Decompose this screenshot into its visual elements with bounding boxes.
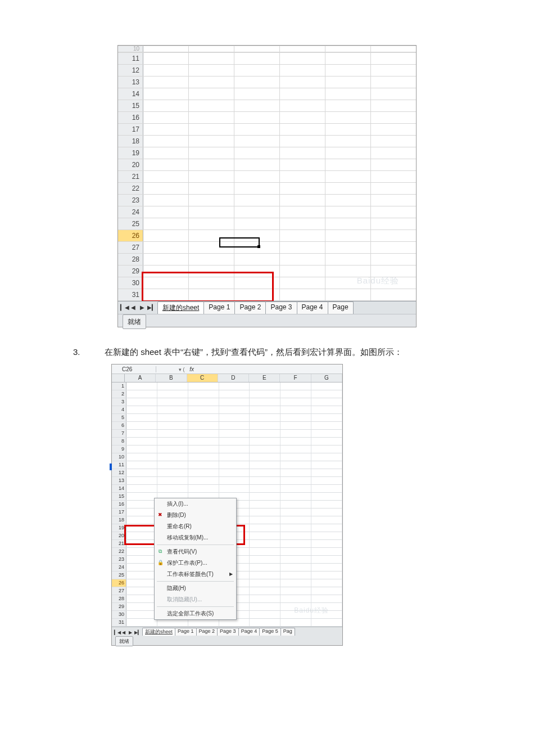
cell[interactable] [325, 289, 371, 300]
row-header[interactable]: 9 [112, 446, 126, 453]
cell[interactable] [250, 398, 280, 406]
column-header[interactable]: B [156, 374, 187, 382]
row-header[interactable]: 18 [118, 136, 143, 147]
cell[interactable] [126, 406, 157, 413]
row-header[interactable]: 29 [118, 266, 143, 277]
cell[interactable] [250, 453, 280, 461]
cell[interactable] [126, 461, 157, 469]
cell[interactable] [311, 430, 342, 437]
cell[interactable] [219, 461, 250, 469]
row-header[interactable]: 16 [118, 112, 143, 123]
cell[interactable] [219, 446, 250, 453]
cell[interactable] [189, 218, 234, 230]
cell[interactable] [325, 124, 371, 135]
cell[interactable] [280, 159, 325, 170]
cell[interactable] [143, 147, 189, 159]
cell[interactable] [371, 88, 416, 100]
cell[interactable] [143, 88, 189, 100]
context-menu-item[interactable]: 工作表标签颜色(T)▶ [155, 569, 236, 580]
row-header[interactable]: 30 [112, 611, 126, 618]
cell[interactable] [188, 382, 219, 390]
cell[interactable] [371, 195, 416, 206]
row-header[interactable]: 18 [112, 516, 126, 524]
cell[interactable] [157, 469, 188, 476]
nav-prev-icon[interactable]: ◀ [129, 304, 137, 312]
cell[interactable] [234, 242, 280, 253]
sheet-tab[interactable]: 新建的sheet [157, 302, 204, 314]
cell[interactable] [371, 112, 416, 123]
cell[interactable] [311, 438, 342, 445]
cell[interactable] [250, 587, 280, 595]
cell[interactable] [157, 406, 188, 413]
cell[interactable] [189, 136, 234, 147]
cell[interactable] [311, 619, 342, 626]
cell[interactable] [325, 277, 371, 289]
cell[interactable] [280, 430, 311, 437]
cell[interactable] [188, 398, 219, 406]
row-header[interactable]: 17 [112, 508, 126, 516]
context-menu-item[interactable]: 选定全部工作表(S) [155, 608, 236, 619]
context-menu-item[interactable]: 插入(I)... [155, 498, 236, 510]
cell[interactable] [126, 516, 157, 524]
cell[interactable] [234, 76, 280, 88]
cell[interactable] [219, 485, 250, 492]
cell[interactable] [219, 430, 250, 437]
cell[interactable] [126, 556, 157, 563]
row-header[interactable]: 11 [112, 461, 126, 469]
cell[interactable] [250, 438, 280, 445]
cell[interactable] [126, 477, 157, 484]
row-header[interactable]: 13 [118, 76, 143, 88]
cell[interactable] [280, 230, 325, 241]
row-header[interactable]: 7 [112, 430, 126, 437]
cell[interactable] [157, 446, 188, 453]
cell[interactable] [280, 477, 311, 484]
row-header[interactable]: 29 [112, 603, 126, 610]
cell[interactable] [311, 508, 342, 516]
cell[interactable] [234, 124, 280, 135]
cell[interactable] [126, 453, 157, 461]
cell[interactable] [311, 493, 342, 500]
cell[interactable] [371, 124, 416, 135]
cell[interactable] [280, 171, 325, 182]
cell[interactable] [188, 438, 219, 445]
row-header[interactable]: 6 [112, 422, 126, 429]
cell[interactable] [188, 446, 219, 453]
cell[interactable] [280, 195, 325, 206]
cell[interactable] [311, 564, 342, 571]
sheet-tab[interactable]: Page 1 [203, 302, 235, 314]
cell[interactable] [234, 88, 280, 100]
cell[interactable] [126, 414, 157, 421]
cell[interactable] [157, 398, 188, 406]
name-box[interactable]: C26 [112, 366, 156, 372]
nav-last-icon[interactable]: ▶▎ [134, 629, 140, 634]
cell[interactable] [189, 88, 234, 100]
row-header[interactable]: 2 [112, 390, 126, 398]
context-menu-item[interactable]: ⧉查看代码(V) [155, 546, 236, 557]
cell[interactable] [189, 289, 234, 300]
cell[interactable] [188, 390, 219, 398]
cell[interactable] [311, 556, 342, 563]
sheet-tab[interactable]: Page [328, 302, 354, 314]
cell[interactable] [143, 289, 189, 300]
cell[interactable] [325, 88, 371, 100]
cell[interactable] [219, 438, 250, 445]
cell[interactable] [325, 230, 371, 241]
cell[interactable] [250, 532, 280, 539]
row-header[interactable]: 26 [112, 579, 126, 587]
cell[interactable] [371, 277, 416, 289]
cell[interactable] [126, 446, 157, 453]
cell[interactable] [280, 508, 311, 516]
cell[interactable] [143, 65, 189, 76]
cell[interactable] [311, 406, 342, 413]
cell[interactable] [325, 100, 371, 111]
cell[interactable] [250, 390, 280, 398]
cell[interactable] [189, 277, 234, 289]
cell[interactable] [250, 619, 280, 626]
context-menu-item[interactable]: 🔒保护工作表(P)... [155, 557, 236, 569]
row-header[interactable]: 25 [118, 218, 143, 230]
cell[interactable] [325, 218, 371, 230]
cell[interactable] [280, 266, 325, 277]
cell[interactable] [371, 136, 416, 147]
cell[interactable] [188, 485, 219, 492]
nav-next-icon[interactable]: ▶ [128, 629, 133, 634]
